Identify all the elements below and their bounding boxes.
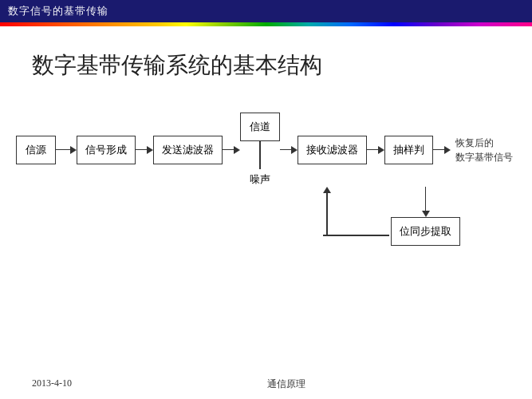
block-sampler: 抽样判 [384, 136, 433, 164]
arrow-2 [136, 146, 153, 154]
top-bar: 数字信号的基带传输 [0, 0, 532, 22]
main-title: 数字基带传输系统的基本结构 [0, 26, 532, 97]
noise-label: 噪声 [250, 172, 270, 187]
block-source: 信源 [16, 136, 56, 164]
top-bar-title: 数字信号的基带传输 [8, 4, 108, 18]
block-shaping: 信号形成 [77, 136, 136, 164]
output-label: 恢复后的 数字基带信号 [455, 136, 513, 164]
block-rx-filter: 接收滤波器 [298, 136, 367, 164]
block-sync: 位同步提取 [391, 217, 460, 246]
slide: 数字信号的基带传输 数字基带传输系统的基本结构 信源 信号形成 [0, 0, 532, 399]
block-tx-filter: 发送滤波器 [153, 136, 223, 164]
arrow-3 [223, 146, 240, 154]
arrow-1 [56, 146, 77, 154]
block-channel: 信道 [240, 113, 280, 141]
footer-center: 通信原理 [267, 377, 305, 391]
arrow-4 [280, 146, 298, 154]
arrow-6 [433, 146, 451, 154]
flow-row: 信源 信号形成 发送滤波器 [16, 113, 516, 187]
footer: 2013-4-10 通信原理 [0, 377, 532, 391]
diagram-area: 信源 信号形成 发送滤波器 [0, 97, 532, 298]
arrow-5 [367, 146, 384, 154]
footer-date: 2013-4-10 [32, 377, 72, 391]
